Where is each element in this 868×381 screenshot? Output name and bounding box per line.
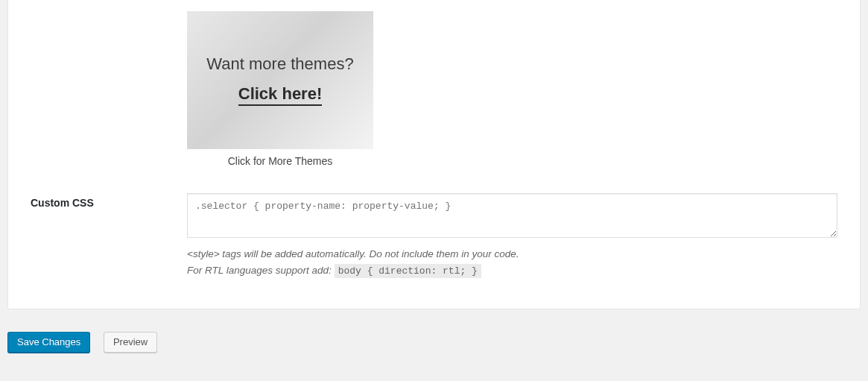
custom-css-textarea[interactable] <box>187 193 837 238</box>
custom-css-description: <style> tags will be added automatically… <box>187 246 837 279</box>
settings-panel: Want more themes? Click here! Click for … <box>7 0 861 309</box>
form-actions: Save Changes Preview <box>0 309 868 360</box>
form-table: Want more themes? Click here! Click for … <box>8 0 860 294</box>
css-note-code: body { direction: rtl; } <box>335 264 481 278</box>
custom-css-label: Custom CSS <box>8 182 187 294</box>
more-themes-promo[interactable]: Want more themes? Click here! <box>187 11 373 149</box>
promo-caption: Click for More Themes <box>187 155 373 167</box>
css-note-line1: <style> tags will be added automatically… <box>187 248 519 259</box>
css-note-line2-prefix: For RTL languages support add: <box>187 265 335 276</box>
promo-cta-link: Click here! <box>238 84 323 106</box>
preview-button[interactable]: Preview <box>104 332 157 353</box>
save-changes-button[interactable]: Save Changes <box>7 332 90 353</box>
promo-title: Want more themes? <box>206 54 353 74</box>
